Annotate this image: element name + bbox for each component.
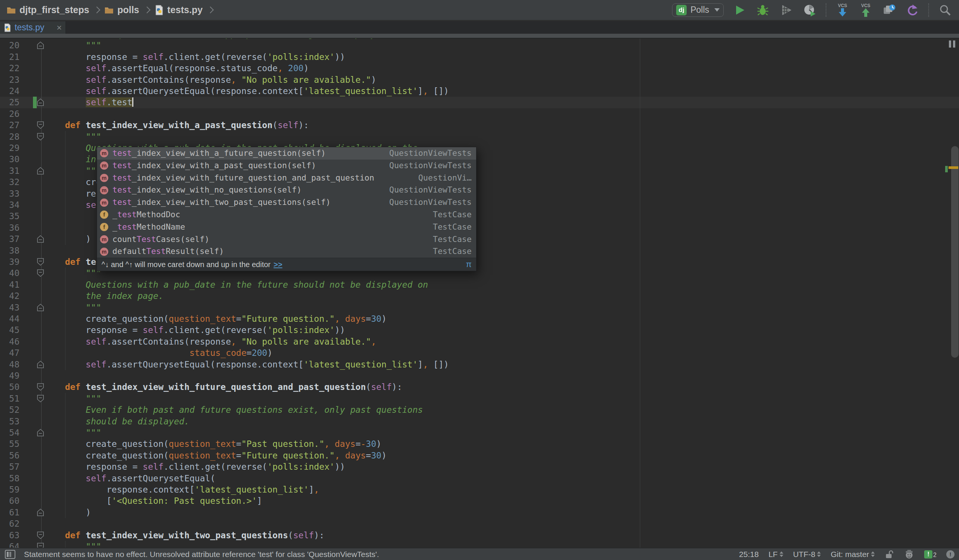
caret-position-widget[interactable]: 25:18 bbox=[739, 550, 759, 559]
code-line[interactable]: def test_index_view_with_future_question… bbox=[0, 381, 959, 393]
updown-arrows-icon bbox=[871, 551, 875, 557]
completion-more-link[interactable]: >> bbox=[274, 260, 282, 269]
completion-item[interactable]: mtest_index_view_with_two_past_questions… bbox=[97, 196, 476, 208]
code-token: question_text bbox=[169, 439, 236, 449]
code-line[interactable] bbox=[0, 108, 959, 120]
tab-label: tests.py bbox=[14, 22, 44, 33]
code-line[interactable] bbox=[0, 370, 959, 382]
encoding-widget[interactable]: UTF-8 bbox=[793, 550, 821, 559]
rollback-button[interactable] bbox=[905, 3, 919, 18]
run-button[interactable] bbox=[733, 3, 747, 18]
code-line[interactable]: ) bbox=[0, 507, 959, 519]
completion-name-part: Test bbox=[147, 247, 166, 256]
completion-item[interactable]: f_testMethodDocTestCase bbox=[97, 208, 476, 221]
vcs-update-button[interactable]: VCS bbox=[835, 3, 850, 18]
code-line[interactable]: self.assertContains(response, "No polls … bbox=[0, 74, 959, 86]
method-icon: m bbox=[100, 235, 108, 243]
code-line[interactable]: def test_index_view_with_a_past_question… bbox=[0, 119, 959, 131]
code-token: ] bbox=[418, 86, 423, 96]
editor-scrollbar[interactable] bbox=[951, 146, 959, 358]
code-line[interactable]: self.test bbox=[0, 97, 959, 108]
recent-changes-button[interactable] bbox=[882, 3, 896, 18]
code-token: ] bbox=[309, 485, 314, 495]
code-line[interactable]: response = self.client.get(reverse('poll… bbox=[0, 325, 959, 336]
completion-item[interactable]: mtest_index_view_with_a_past_question(se… bbox=[97, 159, 476, 172]
code-line[interactable]: """ bbox=[0, 302, 959, 313]
completion-item[interactable]: f_testMethodNameTestCase bbox=[97, 221, 476, 233]
code-line[interactable]: """ bbox=[0, 393, 959, 404]
toolwindow-toggle-icon[interactable] bbox=[5, 549, 16, 559]
breadcrumb-item-folder[interactable]: polls bbox=[105, 5, 139, 15]
code-token: = bbox=[236, 450, 241, 460]
lock-open-icon[interactable] bbox=[884, 549, 894, 559]
split-bars-icon[interactable] bbox=[949, 40, 955, 48]
relevance-sort-icon[interactable]: π bbox=[466, 259, 472, 269]
django-badge-icon: dj bbox=[676, 5, 687, 15]
tab-tests-py[interactable]: tests.py × bbox=[0, 21, 66, 34]
breadcrumb-item-file[interactable]: tests.py bbox=[155, 5, 203, 15]
code-token: "Future question." bbox=[241, 450, 335, 460]
profiler-button[interactable] bbox=[803, 3, 817, 18]
breadcrumb-item-project[interactable]: djtp_first_steps bbox=[7, 5, 89, 15]
code-line[interactable]: self.assertQuerysetEqual(response.contex… bbox=[0, 359, 959, 371]
code-line[interactable]: """ bbox=[0, 541, 959, 548]
code-line[interactable]: should be displayed. bbox=[0, 416, 959, 427]
code-line[interactable] bbox=[0, 518, 959, 530]
code-line[interactable]: create_question(question_text="Future qu… bbox=[0, 313, 959, 325]
completion-list[interactable]: mtest_index_view_with_a_future_question(… bbox=[97, 147, 476, 258]
code-token: )) bbox=[335, 462, 345, 472]
code-token: .client.get(reverse( bbox=[164, 52, 268, 62]
code-line[interactable]: ['<Question: Past question.>'] bbox=[0, 495, 959, 507]
code-token: """ bbox=[44, 303, 101, 312]
code-line[interactable]: response = self.client.get(reverse('poll… bbox=[0, 51, 959, 63]
code-token: .client.get(reverse( bbox=[164, 462, 268, 472]
code-token: .assertContains(response bbox=[107, 75, 231, 85]
code-line[interactable]: self.assertQuerysetEqual( bbox=[0, 473, 959, 484]
completion-item[interactable]: mcountTestCases(self)TestCase bbox=[97, 233, 476, 246]
completion-item[interactable]: mtest_index_view_with_future_question_an… bbox=[97, 172, 476, 184]
run-configuration-select[interactable]: dj Polls bbox=[672, 3, 724, 17]
chevron-right-icon bbox=[93, 6, 100, 13]
code-token: def bbox=[65, 120, 85, 130]
code-line[interactable]: Even if both past and future questions e… bbox=[0, 404, 959, 416]
completion-item[interactable]: mtest_index_view_with_a_future_question(… bbox=[97, 147, 476, 159]
vcs-added-stripe-mark[interactable] bbox=[945, 166, 948, 172]
code-token: create_question( bbox=[44, 439, 169, 449]
code-editor[interactable]: 1920212223242526272829303132333435363738… bbox=[0, 38, 959, 548]
code-token bbox=[330, 439, 335, 449]
code-line[interactable]: response.context['latest_question_list']… bbox=[0, 484, 959, 496]
code-line[interactable]: create_question(question_text="Future qu… bbox=[0, 450, 959, 461]
code-token bbox=[44, 86, 86, 96]
code-line[interactable]: """ bbox=[0, 131, 959, 143]
warning-stripe-mark[interactable] bbox=[948, 166, 958, 169]
code-line[interactable]: self.assertQuerysetEqual(response.contex… bbox=[0, 85, 959, 97]
code-line[interactable]: create_question(question_text="Past ques… bbox=[0, 438, 959, 450]
completion-item[interactable]: mtest_index_view_with_no_questions(self)… bbox=[97, 184, 476, 196]
code-line[interactable]: status_code=200) bbox=[0, 347, 959, 359]
code-token: self bbox=[143, 325, 163, 335]
code-token: """ bbox=[44, 542, 101, 548]
code-line[interactable]: self.assertEqual(response.status_code, 2… bbox=[0, 62, 959, 74]
git-branch-widget[interactable]: Git: master bbox=[830, 550, 875, 559]
code-line[interactable]: Questions with a pub_date in the future … bbox=[0, 279, 959, 291]
code-line[interactable]: the index page. bbox=[0, 290, 959, 302]
line-separator-widget[interactable]: LF bbox=[768, 550, 783, 559]
close-icon[interactable]: × bbox=[57, 23, 62, 32]
code-line[interactable]: """ bbox=[0, 40, 959, 51]
notifications-widget[interactable]: ! 2 bbox=[924, 550, 937, 558]
debug-button[interactable] bbox=[756, 3, 770, 18]
code-line[interactable]: def test_index_view_with_two_past_questi… bbox=[0, 530, 959, 541]
code-line[interactable]: """ bbox=[0, 427, 959, 439]
code-line[interactable]: response = self.client.get(reverse('poll… bbox=[0, 461, 959, 473]
vcs-commit-button[interactable]: VCS bbox=[859, 3, 873, 18]
code-token: """ bbox=[44, 166, 101, 176]
code-token: self bbox=[143, 52, 163, 62]
inspection-profile-icon[interactable] bbox=[904, 549, 914, 559]
event-log-icon[interactable]: ! bbox=[946, 550, 954, 558]
run-with-coverage-button[interactable] bbox=[779, 3, 793, 18]
completion-name-part: _ bbox=[112, 222, 117, 231]
code-line[interactable]: self.assertContains(response, "No polls … bbox=[0, 336, 959, 348]
search-everywhere-button[interactable] bbox=[938, 3, 952, 18]
completion-item[interactable]: mdefaultTestResult(self)TestCase bbox=[97, 245, 476, 258]
code-token: "Future question." bbox=[241, 314, 335, 324]
